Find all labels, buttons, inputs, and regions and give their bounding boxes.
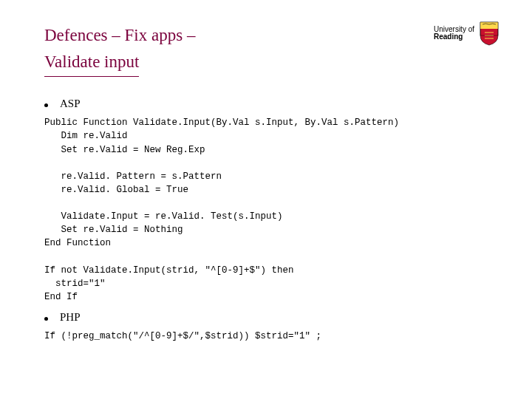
bullet-php: PHP [44,311,488,324]
code-block-php: If (!preg_match("/^[0-9]+$/",$strid)) $s… [44,330,488,343]
shield-icon [479,21,499,46]
university-logo: University of Reading [434,21,499,46]
bullet-icon [44,103,48,107]
bullet-icon [44,317,48,321]
bullet-asp: ASP [44,98,488,110]
title-line-1: Defences – Fix apps – [44,22,488,49]
logo-line-2: Reading [434,33,474,41]
bullet-asp-label: ASP [60,98,81,110]
bullet-php-label: PHP [60,311,81,324]
slide-content: ASP Public Function Validate.Input(By.Va… [44,98,488,343]
slide-title: Defences – Fix apps – Validate input [44,22,488,77]
slide: University of Reading Defences – Fix app… [0,0,532,399]
title-line-2: Validate input [44,49,139,78]
logo-text: University of Reading [434,26,474,41]
code-block-asp: Public Function Validate.Input(By.Val s.… [44,116,488,304]
